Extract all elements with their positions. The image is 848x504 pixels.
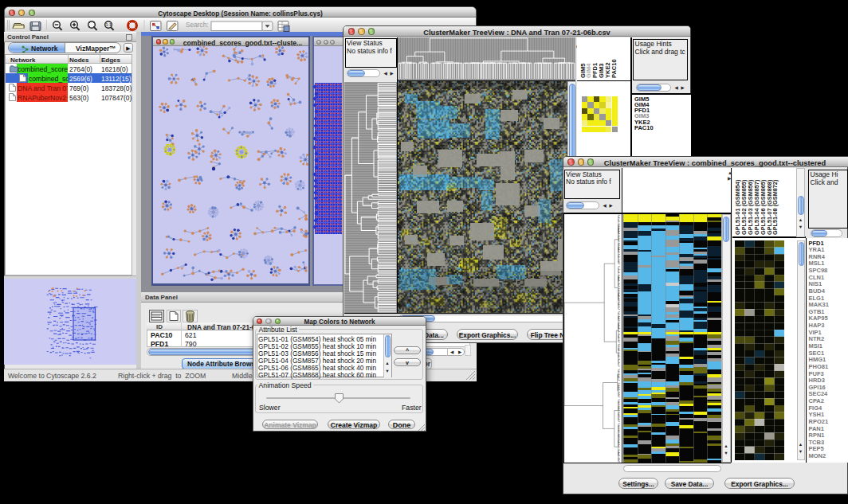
svg-text:Search:: Search:	[186, 21, 209, 29]
